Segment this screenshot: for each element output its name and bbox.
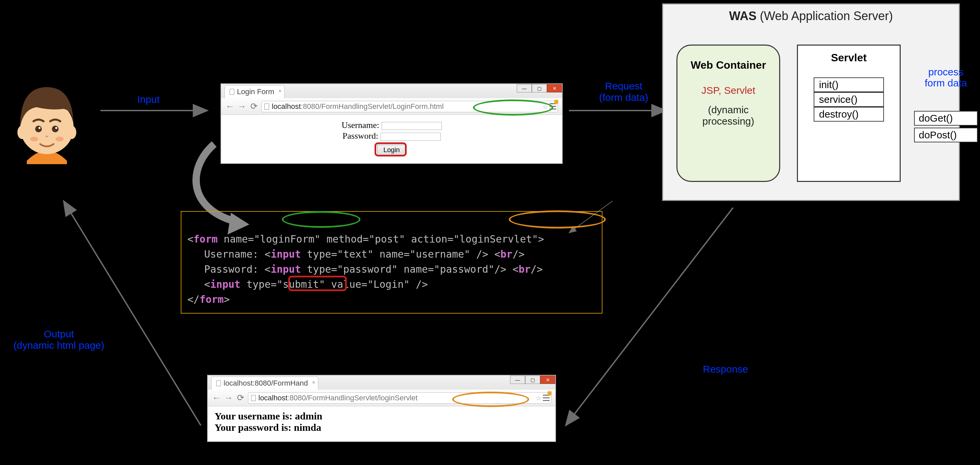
was-title-bold: WAS (729, 9, 756, 23)
process-label-l1: process (911, 66, 980, 77)
document-icon (230, 89, 234, 95)
window-controls: — ▢ ✕ (517, 84, 562, 93)
maximize-button[interactable]: ▢ (525, 376, 540, 384)
url-path: :8080/FormHandlingServlet/LoginForm.html (301, 102, 444, 111)
login-highlight-ring (374, 142, 407, 157)
forward-button[interactable]: → (224, 393, 233, 403)
request-label-line2: (form data) (599, 92, 648, 103)
document-icon (216, 380, 221, 386)
was-box: WAS (Web Application Server) Web Contain… (662, 3, 960, 201)
user-avatar (13, 77, 80, 166)
request-label: Request (form data) (599, 80, 648, 103)
code-form-action: "loginServlet" (453, 233, 538, 245)
servlet-box: Servlet init() service() destroy() (797, 45, 900, 182)
close-icon[interactable]: × (278, 88, 282, 94)
code-loginservlet-ring (509, 210, 606, 229)
tab-title: Login Form (237, 88, 274, 96)
output-label: Output (dynamic html page) (13, 328, 104, 351)
svg-line-3 (64, 201, 201, 425)
url-loginservlet-ring (452, 391, 529, 407)
browser-viewport: Your username is: admin Your password is… (208, 406, 555, 441)
notification-badge (554, 100, 558, 104)
svg-point-14 (38, 127, 40, 129)
code-submit-ring (288, 276, 347, 291)
svg-point-17 (56, 137, 64, 141)
method-init: init() (814, 77, 884, 92)
response-label: Response (703, 363, 748, 375)
was-title-rest: (Web Application Server) (756, 9, 893, 23)
browser-tab[interactable]: localhost:8080/FormHand × (211, 377, 318, 390)
minimize-button[interactable]: — (517, 84, 532, 93)
notification-badge (547, 391, 552, 395)
browser-output: localhost:8080/FormHand × — ▢ ✕ ← → ⟳ lo… (207, 375, 555, 441)
reload-button[interactable]: ⟳ (249, 101, 259, 112)
web-container-title: Web Container (678, 59, 779, 71)
url-host: localhost (258, 394, 288, 402)
input-label: Input (137, 94, 160, 105)
web-container-box: Web Container JSP, Servlet (dynamic proc… (676, 45, 780, 182)
forward-button[interactable]: → (237, 101, 247, 112)
svg-point-12 (35, 126, 42, 132)
browser-tabstrip: Login Form × — ▢ ✕ (221, 84, 562, 98)
username-input[interactable] (382, 122, 442, 130)
output-label-line2: (dynamic html page) (13, 340, 104, 351)
browser-login-form: Login Form × — ▢ ✕ ← → ⟳ localhost:8080/… (221, 84, 562, 163)
code-form-name: "loginForm" (254, 233, 321, 245)
close-button[interactable]: ✕ (540, 376, 555, 384)
back-button[interactable]: ← (225, 101, 235, 112)
code-loginform-ring (282, 211, 361, 228)
bookmark-icon[interactable]: ☆ (536, 394, 541, 402)
tab-title: localhost:8080/FormHand (224, 379, 308, 388)
reload-button[interactable]: ⟳ (236, 393, 245, 403)
password-label: Password: (342, 131, 378, 141)
jsp-servlet-label: JSP, Servlet (678, 85, 779, 96)
was-title: WAS (Web Application Server) (663, 9, 959, 23)
password-input[interactable] (380, 133, 441, 141)
url-host: localhost (272, 102, 301, 111)
window-controls: — ▢ ✕ (510, 376, 555, 384)
svg-point-16 (30, 137, 38, 141)
page-icon (251, 395, 256, 401)
output-password: Your password is: nimda (215, 422, 549, 433)
browser-viewport: Username: Password: Login (221, 115, 562, 163)
close-icon[interactable]: × (312, 380, 315, 386)
dynamic-processing-label: (dynamic processing) (678, 104, 779, 127)
servlet-lifecycle-methods: init() service() destroy() (814, 77, 884, 121)
browser-tab[interactable]: Login Form × (224, 85, 285, 98)
process-label-l2: form data (911, 77, 980, 88)
page-icon (264, 104, 269, 110)
url-path: :8080/FormHandlingServlet/loginServlet (288, 394, 418, 402)
minimize-button[interactable]: — (510, 376, 525, 384)
back-button[interactable]: ← (212, 393, 221, 403)
url-highlight-ring (473, 99, 553, 115)
process-form-data-label: process form data (911, 66, 980, 88)
method-destroy: destroy() (814, 107, 884, 121)
servlet-title: Servlet (798, 51, 900, 64)
output-label-line1: Output (13, 328, 104, 340)
request-label-line1: Request (599, 80, 648, 92)
username-label: Username: (341, 120, 379, 130)
method-dopost: doPost() (914, 128, 978, 142)
svg-point-11 (67, 126, 76, 139)
svg-point-13 (52, 126, 59, 132)
method-service: service() (814, 92, 884, 107)
browser-tabstrip: localhost:8080/FormHand × — ▢ ✕ (208, 376, 555, 390)
svg-point-15 (55, 127, 57, 129)
close-button[interactable]: ✕ (547, 84, 562, 93)
output-username: Your username is: admin (215, 411, 549, 422)
method-doget: doGet() (914, 111, 978, 126)
svg-point-10 (18, 126, 27, 139)
maximize-button[interactable]: ▢ (532, 84, 547, 93)
